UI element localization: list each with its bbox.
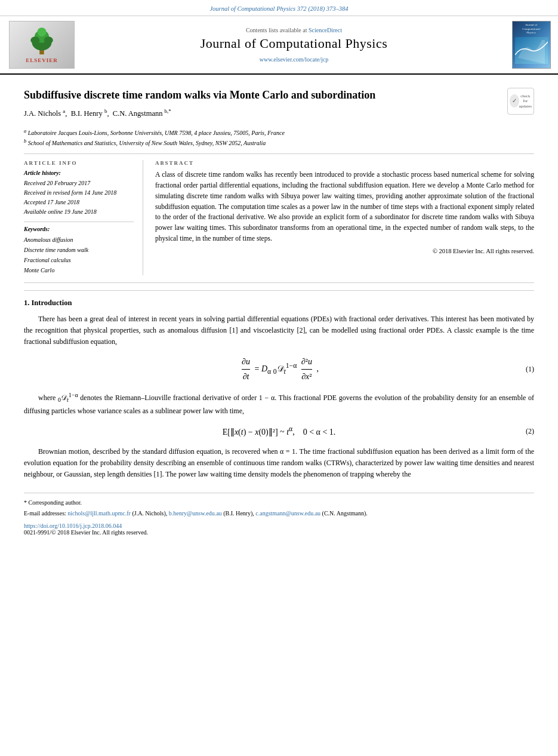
elsevier-logo: ELSEVIER <box>24 26 60 63</box>
journal-cover-image: Journal ofComputationalPhysics <box>510 21 552 69</box>
title-text-area: Subdiffusive discrete time random walks … <box>24 88 501 122</box>
article-info-column: ARTICLE INFO Article history: Received 2… <box>24 160 143 275</box>
aff-b-text: School of Mathematics and Statistics, Un… <box>28 140 266 146</box>
footnote-section: * Corresponding author. E-mail addresses… <box>24 493 534 536</box>
elsevier-tree-icon <box>24 26 60 56</box>
author-nichols: J.A. Nichols a <box>24 109 65 118</box>
aff-a-sup: a <box>24 128 26 134</box>
aff-a-text: Laboratoire Jacques Louis-Lions, Sorbonn… <box>28 130 285 137</box>
page-wrapper: Journal of Computational Physics 372 (20… <box>0 0 558 756</box>
svg-point-4 <box>30 36 39 44</box>
cover-title-text: Journal ofComputationalPhysics <box>522 23 540 35</box>
keywords-label: Keywords: <box>24 222 134 232</box>
history-accepted: Accepted 17 June 2018 <box>24 198 134 207</box>
cover-visualization <box>515 37 548 64</box>
copyright-line: © 2018 Elsevier Inc. All rights reserved… <box>155 248 534 254</box>
eq1-fraction-u: ∂u ∂t <box>242 355 250 384</box>
aff-b-sup: b <box>24 139 26 144</box>
paper-title: Subdiffusive discrete time random walks … <box>24 88 501 102</box>
email-angstmann[interactable]: c.angstmann@unsw.edu.au <box>255 510 320 517</box>
check-updates-label: check forupdates <box>519 94 532 109</box>
abstract-column: ABSTRACT A class of discrete time random… <box>155 160 534 275</box>
check-icon: ✓ <box>510 94 519 107</box>
doi-line[interactable]: https://doi.org/10.1016/j.jcp.2018.06.04… <box>24 523 534 529</box>
journal-citation-text: Journal of Computational Physics 372 (20… <box>209 5 348 12</box>
keyword-anomalous: Anomalous diffusion <box>24 235 134 245</box>
section1-title: Introduction <box>32 299 72 307</box>
email-line: E-mail addresses: nichols@ljll.math.upmc… <box>24 509 534 518</box>
history-label: Article history: <box>24 170 134 176</box>
equation2-block: E[‖x(t) − x(0)‖²] ~ tα, 0 < α < 1. (2) <box>24 424 534 439</box>
cover-thumbnail: Journal ofComputationalPhysics <box>512 21 551 69</box>
journal-title: Journal of Computational Physics <box>201 36 388 51</box>
issn-line: 0021-9991/© 2018 Elsevier Inc. All right… <box>24 529 534 536</box>
section1-heading: 1. Introduction <box>24 297 534 309</box>
contents-prefix-text: Contents lists available at <box>246 27 309 33</box>
history-online: Available online 19 June 2018 <box>24 207 134 217</box>
keyword-dtrw: Discrete time random walk <box>24 245 134 255</box>
email-angstmann-name: (C.N. Angstmann). <box>322 510 368 517</box>
email-henry-name: (B.I. Henry), <box>223 510 254 517</box>
issn-text: 0021-9991/© 2018 Elsevier Inc. All right… <box>24 529 148 536</box>
title-section: Subdiffusive discrete time random walks … <box>24 82 534 122</box>
sciencedirect-link[interactable]: ScienceDirect <box>309 27 342 33</box>
abstract-text: A class of discrete time random walks ha… <box>155 170 534 244</box>
intro-paragraph1: There has been a great deal of interest … <box>24 314 534 348</box>
equation2-content: E[‖x(t) − x(0)‖²] ~ tα, 0 < α < 1. <box>223 424 336 439</box>
cover-visual <box>515 37 548 64</box>
article-body: 1. Introduction There has been a great d… <box>24 297 534 481</box>
intro-paragraph3: Brownian motion, described by the standa… <box>24 446 534 481</box>
elsevier-logo-area: ELSEVIER <box>6 21 78 69</box>
authors-line: J.A. Nichols a, B.I. Henry b, C.N. Angst… <box>24 108 501 118</box>
affiliation-a: a Laboratoire Jacques Louis-Lions, Sorbo… <box>24 128 534 137</box>
journal-header: ELSEVIER Contents lists available at Sci… <box>0 16 558 75</box>
article-info-label: ARTICLE INFO <box>24 160 134 166</box>
eq1-frac2-num: ∂²u <box>301 355 312 370</box>
author-henry: B.I. Henry b <box>71 109 107 118</box>
elsevier-brand-text: ELSEVIER <box>26 57 58 63</box>
eq1-fraction-u2: ∂²u ∂x² <box>301 355 312 384</box>
equation1-content: ∂u ∂t = Dα 0𝒟t1−α ∂²u ∂x² , <box>239 355 319 384</box>
nichols-sup: a <box>63 108 65 114</box>
abstract-label: ABSTRACT <box>155 160 534 166</box>
angstmann-sup: b,* <box>165 108 171 114</box>
keyword-monte-carlo: Monte Carlo <box>24 265 134 275</box>
history-received: Received 20 February 2017 <box>24 179 134 188</box>
email-label: E-mail addresses: <box>24 510 66 517</box>
section1-number: 1. <box>24 299 29 307</box>
contents-available-line: Contents lists available at ScienceDirec… <box>246 27 342 33</box>
journal-url[interactable]: www.elsevier.com/locate/jcp <box>260 56 328 63</box>
corresponding-label: * Corresponding author. <box>24 499 82 506</box>
section-divider <box>24 290 534 291</box>
check-updates-badge: ✓ check forupdates <box>507 88 534 115</box>
logo-box-inner: ELSEVIER <box>10 21 74 68</box>
svg-point-3 <box>38 27 47 36</box>
email-henry[interactable]: b.henry@unsw.edu.au <box>169 510 222 517</box>
history-revised: Received in revised form 14 June 2018 <box>24 188 134 198</box>
email-nichols-name: (J.A. Nichols), <box>132 510 167 517</box>
paper-content: Subdiffusive discrete time random walks … <box>0 75 558 548</box>
keyword-fractional: Fractional calculus <box>24 255 134 265</box>
affiliations: a Laboratoire Jacques Louis-Lions, Sorbo… <box>24 128 534 154</box>
elsevier-logo-box: ELSEVIER <box>9 21 75 69</box>
henry-sup: b <box>104 108 107 114</box>
equation2-number: (2) <box>526 426 534 437</box>
author-angstmann: C.N. Angstmann b,* <box>113 109 171 118</box>
affiliation-b: b School of Mathematics and Statistics, … <box>24 138 534 147</box>
article-info-abstract-section: ARTICLE INFO Article history: Received 2… <box>24 160 534 283</box>
svg-point-5 <box>44 36 53 44</box>
equation1-block: ∂u ∂t = Dα 0𝒟t1−α ∂²u ∂x² , (1) <box>24 355 534 384</box>
eq1-frac-den: ∂t <box>243 370 249 383</box>
corresponding-author-line: * Corresponding author. <box>24 498 534 507</box>
email-nichols[interactable]: nichols@ljll.math.upmc.fr <box>67 510 131 517</box>
doi-text[interactable]: https://doi.org/10.1016/j.jcp.2018.06.04… <box>24 523 122 529</box>
journal-center: Contents lists available at ScienceDirec… <box>84 21 504 69</box>
journal-citation-bar: Journal of Computational Physics 372 (20… <box>0 0 558 16</box>
equation1-number: (1) <box>526 364 534 375</box>
eq1-frac2-den: ∂x² <box>301 370 312 383</box>
intro-paragraph2: where 0𝒟t1−α denotes the Riemann–Liouvil… <box>24 391 534 417</box>
eq1-frac-num: ∂u <box>242 355 250 370</box>
